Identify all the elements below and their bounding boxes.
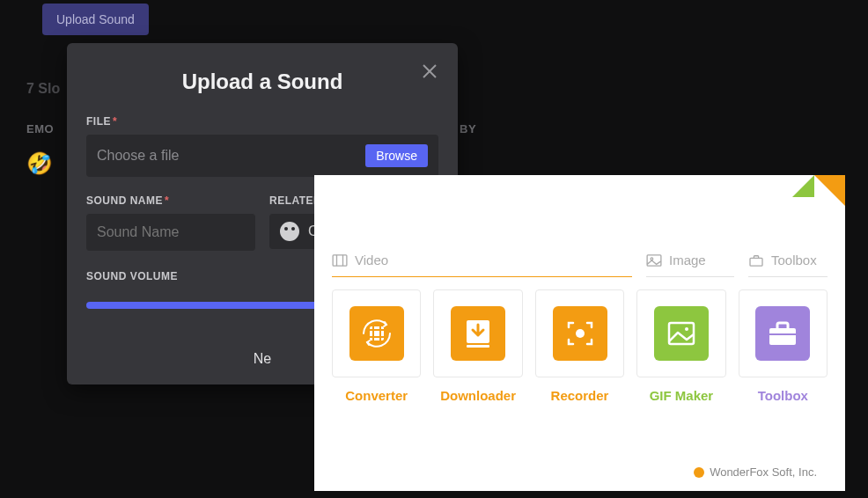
browse-button[interactable]: Browse (365, 144, 428, 167)
tab-image[interactable]: Image (646, 253, 734, 277)
svg-point-17 (685, 327, 688, 331)
sound-name-input[interactable] (86, 214, 255, 251)
modal-title: Upload a Sound (86, 70, 438, 94)
svg-point-15 (576, 329, 585, 338)
corner-decoration-green (792, 175, 814, 197)
file-label: FILE* (86, 115, 438, 128)
toolbox-tile-icon (755, 306, 810, 361)
tab-toolbox[interactable]: Toolbox (748, 253, 828, 277)
corner-decoration-orange (814, 175, 845, 206)
wonderfox-footer: WonderFox Soft, Inc. (694, 465, 817, 479)
svg-rect-5 (647, 254, 661, 265)
upload-sound-button[interactable]: Upload Sound (42, 4, 149, 35)
tile-gifmaker[interactable]: GIF Maker (636, 289, 725, 403)
wonderfox-logo-icon (694, 467, 704, 478)
close-icon[interactable] (419, 61, 440, 82)
svg-rect-18 (769, 333, 796, 335)
file-placeholder: Choose a file (97, 148, 179, 164)
toolbox-icon (748, 254, 764, 267)
tile-converter[interactable]: Converter (332, 289, 421, 403)
smiley-icon (280, 222, 299, 241)
image-icon (646, 254, 662, 267)
wonderfox-panel: Video Image Toolbox Converter Downloader (314, 175, 845, 491)
converter-icon (349, 306, 404, 361)
tile-toolbox[interactable]: Toolbox (739, 289, 828, 403)
slots-text: 7 Slo (26, 81, 60, 97)
svg-rect-7 (750, 258, 762, 266)
downloader-icon (451, 306, 505, 361)
video-icon (332, 254, 348, 267)
recorder-icon (553, 306, 607, 361)
emoji-cell: 🤣 (26, 151, 53, 176)
emoji-column-label: EMO (26, 122, 54, 135)
tab-video[interactable]: Video (332, 253, 632, 277)
svg-rect-2 (333, 254, 347, 265)
gifmaker-icon (654, 306, 709, 361)
svg-rect-8 (370, 326, 384, 341)
svg-rect-16 (669, 323, 694, 344)
sound-name-label: SOUND NAME* (86, 194, 255, 207)
file-input[interactable]: Choose a file Browse (86, 135, 438, 177)
svg-rect-14 (467, 345, 489, 348)
tile-downloader[interactable]: Downloader (433, 289, 522, 403)
tile-recorder[interactable]: Recorder (535, 289, 624, 403)
